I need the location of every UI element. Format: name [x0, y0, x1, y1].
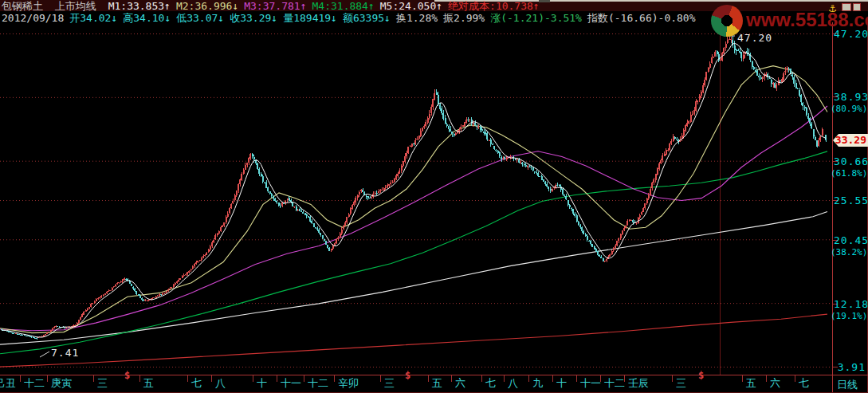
y-axis-label: 12.18	[834, 299, 866, 309]
ma-line	[0, 151, 827, 354]
x-axis-label: 九	[532, 378, 543, 389]
quote-value: 收33.29↓	[230, 13, 277, 23]
x-axis-label: 十	[556, 378, 567, 389]
chart-label: 上市均线	[55, 1, 96, 11]
x-axis-label: 十一	[580, 378, 601, 389]
quote-value: 2012/09/18	[2, 13, 64, 23]
quote-info-row: 2012/09/18开34.02↓高34.10↓低33.07↓收33.29↓量1…	[2, 13, 701, 23]
trading-app-window: 包钢稀土 上市均线 M1:33.853↑M2:36.996↓M3:37.781↑…	[0, 0, 868, 393]
quote-value: 高34.10↓	[123, 13, 171, 23]
x-axis-label: 十	[257, 378, 267, 389]
x-axis-label: 六	[770, 378, 780, 389]
x-axis-label: 五	[746, 378, 756, 389]
y-axis-label: (80.9%)	[831, 104, 866, 114]
quote-value: 换1.28%	[396, 13, 438, 23]
dividend-marker: $	[124, 370, 130, 381]
x-axis-label: 八	[215, 378, 226, 389]
y-axis-label: (19.1%)	[831, 311, 866, 321]
last-price-tag: 33.29	[833, 134, 868, 147]
x-axis-label: 十二	[308, 378, 328, 389]
stock-name: 包钢稀土	[2, 1, 43, 11]
quote-values-list: 2012/09/18开34.02↓高34.10↓低33.07↓收33.29↓量1…	[2, 12, 701, 24]
anchor-icon: ⚓	[829, 1, 836, 15]
x-axis-label: 八	[508, 378, 518, 389]
ma-line	[0, 66, 827, 333]
quote-value: 开34.02↓	[69, 13, 117, 23]
ma-value: M1:33.853↑	[108, 1, 171, 11]
x-axis-label: 七	[191, 378, 202, 389]
x-axis-label: 己丑	[0, 378, 16, 389]
x-axis-label: 七	[485, 378, 496, 389]
quote-value: 指数(-16.66)-0.80%	[587, 13, 696, 23]
x-axis-label: 三	[384, 378, 395, 389]
quote-value: 额63395↓	[343, 13, 391, 23]
y-axis-label: 47.20	[834, 29, 866, 39]
ma-values-list: M1:33.853↑M2:36.996↓M3:37.781↑M4:31.884↑…	[108, 0, 545, 12]
x-axis-label: 辛卯	[338, 378, 359, 389]
dividend-marker: $	[405, 370, 410, 381]
x-axis-label: 三	[97, 378, 108, 389]
ma-line	[0, 314, 827, 367]
quote-value: 低33.07↓	[176, 13, 224, 23]
peak-price-annotation: 47.20	[737, 32, 772, 44]
x-axis-label: 五	[432, 378, 442, 389]
candlestick-chart[interactable]	[0, 0, 868, 393]
x-axis-label: 壬辰	[628, 378, 649, 389]
y-axis-label: 20.45	[834, 235, 866, 246]
ma-value: M4:31.884↑	[312, 1, 375, 11]
x-axis-label: 十二	[24, 378, 45, 389]
y-axis-label: (38.2%)	[831, 247, 866, 257]
trough-price-annotation: 7.41	[51, 347, 79, 359]
y-axis-label: (61.8%)	[831, 168, 866, 179]
quote-value: 量189419↓	[283, 13, 337, 23]
ma-value: M5:24.050↑	[380, 1, 442, 11]
annotation-leader-line	[40, 352, 49, 357]
window-icon	[853, 3, 861, 11]
y-axis-label: 25.55	[834, 195, 866, 206]
indicator-header-row: 包钢稀土 上市均线 M1:33.853↑M2:36.996↓M3:37.781↑…	[2, 1, 545, 11]
period-label[interactable]: 日线	[837, 378, 858, 392]
x-axis-label: 三	[676, 378, 686, 389]
quote-value: 涨(-1.21)-3.51%	[490, 13, 582, 23]
x-axis-label: 五	[143, 378, 154, 389]
y-axis-label: 3.91	[834, 362, 866, 372]
ma-value: M2:36.996↓	[176, 1, 238, 11]
quote-value: 振2.99%	[443, 13, 485, 23]
y-axis-label: 38.93	[834, 92, 866, 102]
dividend-marker: $	[698, 370, 704, 381]
x-axis-label: 七	[799, 378, 809, 389]
x-axis-label: 庚寅	[51, 378, 72, 389]
y-axis-label: 30.66	[834, 156, 866, 167]
window-icon	[842, 3, 851, 11]
x-axis-label: 十二	[604, 378, 625, 389]
ma-value: 绝对成本:10.738↑	[448, 1, 540, 11]
ma-line	[0, 106, 827, 331]
candles	[1, 33, 827, 340]
x-axis-label: 六	[455, 378, 465, 389]
x-axis-label: 十一	[281, 378, 301, 389]
ma-value: M3:37.781↑	[244, 1, 306, 11]
